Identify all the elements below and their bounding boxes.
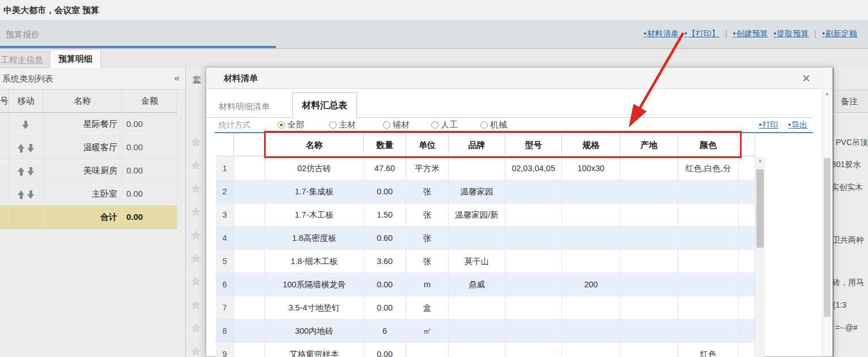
scroll-up-icon[interactable]: ▲ (823, 91, 832, 99)
table-vertical-scrollbar[interactable]: ▲ (755, 157, 765, 357)
category-table-header: 号 移动 名称 金额 (0, 90, 177, 113)
model-cell (505, 296, 562, 320)
radio-option-机械[interactable]: 机械 (480, 120, 507, 130)
row-number-cell: 1 (216, 157, 234, 180)
move-up-icon[interactable] (18, 144, 25, 152)
qty-cell: 0.00 (364, 273, 406, 296)
category-rows: 星际餐厅0.00温暖客厅0.00美味厨房0.00主卧室0.00合计0.00 (0, 113, 177, 229)
table-row[interactable]: 73.5-4寸地垫钉0.00盒 (216, 296, 755, 320)
qty-cell: 0.00 (364, 296, 406, 320)
table-column-header-empty (234, 134, 265, 156)
star-icon[interactable]: ★ (190, 228, 204, 242)
main-tab-0[interactable]: 工程主信息 (0, 52, 52, 68)
star-icon[interactable]: ★ (190, 135, 204, 149)
blank-cell (234, 296, 265, 320)
star-icon[interactable]: ★ (190, 321, 204, 335)
model-cell: 02,03,04,05 (505, 157, 562, 180)
category-row[interactable]: 星际餐厅0.00 (0, 113, 177, 136)
dialog-vertical-scrollbar[interactable]: ▲ (822, 90, 831, 356)
move-down-icon[interactable] (27, 167, 35, 176)
panel-header: 系统类别列表 « (0, 68, 185, 90)
unit-cell: 张 (406, 203, 449, 227)
name-cell: 100系隔墙横龙骨 (265, 273, 364, 296)
scroll-up-icon[interactable]: ▲ (755, 158, 765, 166)
category-amount: 0.00 (122, 159, 177, 182)
qty-cell: 3.60 (364, 250, 406, 273)
row-index-cell (0, 206, 9, 228)
brand-cell: 莫干山 (449, 250, 505, 273)
radio-option-人工[interactable]: 人工 (431, 120, 458, 130)
divider: | (725, 29, 727, 38)
toolbar-link[interactable]: 创建预算 (733, 29, 768, 38)
table-row[interactable]: 6100系隔墙横龙骨0.00m鼎威200 (216, 273, 755, 296)
star-icon[interactable]: ★ (190, 298, 204, 312)
row-number-cell: 2 (216, 180, 234, 203)
toolbar-link[interactable]: 材料清单 (644, 29, 679, 38)
star-icon[interactable]: ★ (190, 182, 204, 196)
name-cell: 1.8-细木工板 (265, 250, 364, 273)
star-icon[interactable]: ★ (190, 345, 204, 357)
collapse-icon[interactable]: « (175, 73, 180, 84)
category-row[interactable]: 主卧室0.00 (0, 182, 177, 206)
star-icon[interactable]: ★ (190, 252, 204, 265)
category-name: 主卧室 (43, 182, 122, 205)
origin-cell (620, 250, 678, 273)
name-cell: 1.8高密度板 (265, 227, 364, 250)
main-tab-1[interactable]: 预算明细 (50, 49, 101, 68)
scrollbar-thumb[interactable] (756, 169, 764, 248)
star-icon[interactable]: ★ (190, 159, 204, 172)
dialog-links: 打印 导出 (751, 120, 807, 130)
move-up-icon[interactable] (18, 167, 25, 176)
qty-cell: 6 (364, 320, 406, 343)
blank-cell (234, 273, 265, 296)
star-icon[interactable]: ★ (190, 275, 204, 288)
qty-cell: 47.60 (364, 157, 406, 180)
print-link[interactable]: 打印 (759, 120, 778, 129)
table-row[interactable]: 21.7-集成板0.00张温馨家园 (216, 180, 755, 203)
favorites-header[interactable]: 套 (193, 74, 201, 85)
move-down-icon[interactable] (27, 144, 35, 152)
star-icon[interactable]: ★ (190, 205, 204, 219)
toolbar-link[interactable]: 提取预算 (773, 29, 809, 38)
filler-cell (739, 343, 755, 357)
row-index-cell (0, 159, 9, 182)
name-cell: 艾格窗帘样本 (265, 343, 364, 357)
brand-cell: 温馨家园 (449, 180, 505, 203)
origin-cell (620, 320, 678, 343)
close-icon[interactable]: ✕ (802, 72, 811, 85)
table-row[interactable]: 9艾格窗帘样本0.00红色 (216, 343, 755, 357)
table-row[interactable]: 31.7-木工板1.50张温馨家园/新 (216, 203, 755, 227)
table-column-header: 名称 (265, 134, 364, 156)
toolbar-link[interactable]: 刷新定额 (822, 29, 857, 38)
radio-option-全部[interactable]: 全部 (278, 120, 304, 130)
move-up-icon[interactable] (18, 190, 25, 199)
category-amount: 0.00 (122, 136, 177, 159)
model-cell (505, 250, 562, 273)
table-column-header: 数量 (364, 134, 406, 156)
move-down-icon[interactable] (22, 121, 29, 129)
toolbar: 预算报价 材料清单【打印】|创建预算提取预算|刷新定额 (0, 20, 868, 49)
name-cell: 02仿古砖 (265, 157, 364, 180)
export-link[interactable]: 导出 (788, 120, 807, 129)
table-row[interactable]: 41.8高密度板0.60张 (216, 227, 755, 250)
note-text: PVC吊顶 (836, 138, 868, 148)
name-cell: 3.5-4寸地垫钉 (265, 296, 364, 320)
category-row[interactable]: 美味厨房0.00 (0, 159, 177, 182)
scrollbar-thumb[interactable] (824, 158, 831, 317)
table-row[interactable]: 102仿古砖47.60平方米02,03,04,05100x30红色,白色,分 (216, 157, 755, 180)
tab-material-summary[interactable]: 材料汇总表 (292, 92, 357, 118)
category-row[interactable]: 温暖客厅0.00 (0, 136, 177, 159)
move-down-icon[interactable] (27, 190, 35, 199)
toolbar-link[interactable]: 【打印】 (684, 29, 720, 38)
active-section-underline (0, 46, 276, 48)
radio-option-主材[interactable]: 主材 (329, 120, 356, 130)
radio-icon (329, 121, 337, 129)
radio-icon (383, 121, 390, 129)
category-name: 星际餐厅 (43, 113, 122, 135)
note-text: =-·@# (835, 323, 858, 332)
table-row[interactable]: 8300内地砖6㎡ (216, 320, 755, 343)
radio-option-辅材[interactable]: 辅材 (383, 120, 410, 130)
table-row[interactable]: 51.8-细木工板3.60张莫干山 (216, 250, 755, 273)
tab-material-detail-list[interactable]: 材料明细清单 (219, 101, 270, 112)
unit-cell: ㎡ (406, 320, 449, 343)
